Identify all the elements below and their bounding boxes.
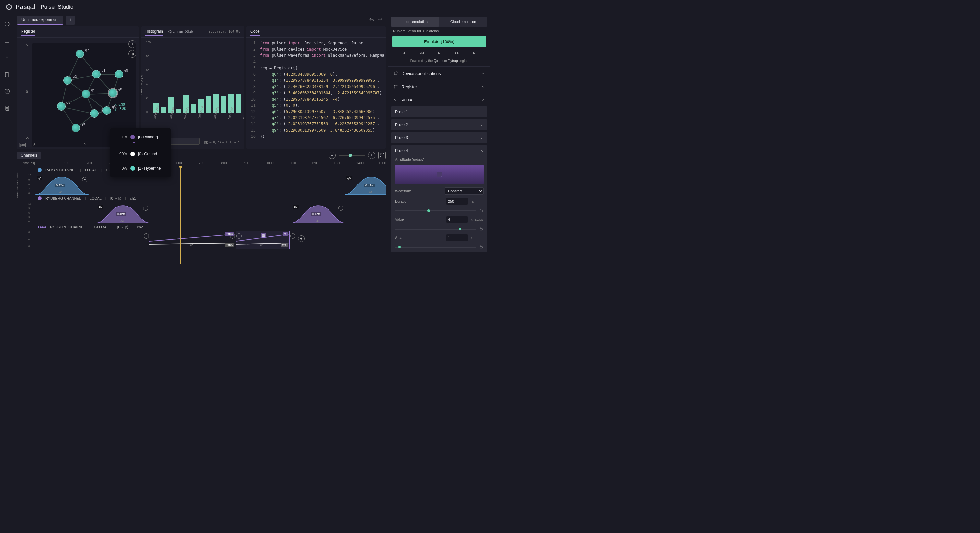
experiment-tabs: Unnamed experiment + [14, 14, 388, 26]
help-icon[interactable] [4, 88, 10, 95]
pulse-item-3[interactable]: Pulse 3 [391, 132, 487, 143]
duration-input[interactable] [446, 198, 468, 205]
channels-tab[interactable]: Channels [17, 152, 41, 159]
area-slider[interactable] [395, 247, 476, 248]
pasqal-logo-icon [5, 3, 13, 11]
forward-icon[interactable] [454, 51, 460, 56]
fit-button[interactable]: ⛶ [379, 152, 386, 159]
svg-point-7 [7, 8, 8, 10]
area-unit: π [471, 236, 484, 240]
hist-y-ticks: 100806040200 [146, 41, 151, 113]
lock-icon[interactable] [479, 226, 484, 231]
add-qubit-button[interactable]: + [129, 40, 136, 48]
code-tab[interactable]: Code [250, 28, 260, 36]
pulse-shape[interactable]: q00.42π#6− [345, 176, 386, 194]
lock-icon[interactable] [479, 245, 484, 249]
expand-icon [480, 123, 484, 127]
qubit-q3[interactable]: q3 [57, 102, 65, 111]
code-editor[interactable]: 1from pulser import Register, Sequence, … [247, 38, 386, 149]
section-pulse-header[interactable]: Pulse [388, 93, 490, 107]
experiment-tab[interactable]: Unnamed experiment [17, 16, 63, 25]
download-icon[interactable] [4, 38, 10, 44]
play-icon[interactable] [436, 51, 442, 56]
section-register-header[interactable]: Register [388, 80, 490, 93]
value-slider[interactable] [395, 229, 476, 229]
svg-rect-18 [480, 228, 482, 230]
qubit-q4[interactable]: q4 [90, 109, 99, 118]
section-device-header[interactable]: Device specifications [388, 67, 490, 80]
waveform-label: Waveform [395, 189, 442, 193]
svg-point-5 [7, 5, 8, 6]
redo-icon[interactable] [377, 17, 383, 23]
svg-point-6 [10, 5, 11, 6]
emulate-button[interactable]: Emulate (100%) [392, 36, 486, 47]
add-icon[interactable] [4, 21, 10, 27]
right-sidebar: Local emulation Cloud emulation Run emul… [388, 14, 490, 266]
zoom-out-button[interactable]: − [328, 152, 336, 159]
register-tab[interactable]: Register [21, 28, 35, 36]
svg-rect-17 [480, 210, 482, 212]
zoom-in-button[interactable]: + [368, 152, 375, 159]
pulse-shape[interactable]: q00.42π#5− [291, 204, 345, 223]
area-input[interactable] [446, 234, 468, 241]
chevron-up-icon [481, 98, 485, 102]
playhead[interactable] [180, 166, 181, 264]
pulse-shape[interactable]: q00.42π#1− [35, 176, 89, 194]
qubit-q8[interactable]: q8 [72, 124, 80, 132]
qubit-q0[interactable]: q0 [109, 89, 117, 97]
add-experiment-button[interactable]: + [66, 16, 75, 25]
state-mapping: |g⟩ → 0, |h⟩ → 1, |r⟩ → r [204, 140, 239, 144]
section-device: Device specifications [388, 67, 490, 80]
qubit-q6[interactable]: q6 [102, 107, 111, 115]
skip-end-icon[interactable] [472, 51, 477, 56]
register-unit: [µm] [19, 143, 26, 146]
header: Pasqal Pulser Studio [0, 0, 490, 14]
duration-unit: ns [471, 200, 484, 203]
duration-slider[interactable] [395, 210, 476, 212]
qubit-q7[interactable]: q7 [76, 49, 84, 58]
local-emulation-tab[interactable]: Local emulation [391, 17, 439, 27]
upload-icon[interactable] [4, 54, 10, 61]
pulse-item-1[interactable]: Pulse 1 [391, 107, 487, 117]
close-icon[interactable] [480, 149, 484, 153]
cloud-emulation-tab[interactable]: Cloud emulation [439, 17, 488, 27]
pulse-list: Pulse 1 Pulse 2 Pulse 3 Pulse 4 Amplitud… [388, 107, 490, 257]
add-pattern-button[interactable]: ⊕ [129, 50, 136, 58]
state-tooltip: 1%|r⟩ Rydberg 99%|0⟩ Ground 0%|1⟩ Hyperf… [110, 128, 170, 177]
value-input[interactable] [446, 216, 468, 223]
left-nav [0, 14, 14, 266]
qubit-q5[interactable]: q5 [82, 90, 90, 98]
pulse-item-2[interactable]: Pulse 2 [391, 119, 487, 130]
svg-point-8 [10, 8, 11, 10]
grid-icon [393, 84, 398, 89]
lock-icon[interactable] [479, 208, 484, 213]
channel-2: RYDBERG CHANNEL|GLOBAL||0⟩↔|r⟩|ch28002π/… [35, 223, 386, 248]
add-pulse-button[interactable]: + [298, 235, 304, 242]
section-register: Register [388, 80, 490, 93]
ramp-pulse[interactable]: ππ/4#4−−▦ [236, 232, 290, 248]
ramp-pulse[interactable]: 2π/32π/5#3−− [150, 232, 236, 248]
expand-icon [480, 110, 484, 114]
zoom-slider[interactable] [339, 154, 365, 156]
qubit-q1[interactable]: q1 [92, 70, 100, 78]
clipboard-icon[interactable] [4, 105, 10, 111]
svg-point-4 [11, 6, 12, 8]
brand-name: Pasqal [16, 3, 35, 11]
amplitude-preview[interactable] [395, 165, 484, 184]
svg-rect-12 [395, 72, 397, 75]
state-select[interactable] [167, 138, 200, 145]
skip-start-icon[interactable] [401, 51, 406, 56]
svg-point-1 [9, 4, 10, 5]
pulse-shape[interactable]: q00.42π#2− [96, 204, 150, 223]
rewind-icon[interactable] [419, 51, 424, 56]
svg-point-3 [6, 6, 7, 8]
undo-icon[interactable] [369, 17, 375, 23]
pulse-item-4[interactable]: Pulse 4 Amplitude (rad/µs) Waveform Cons… [391, 145, 487, 252]
waveform-select[interactable]: Constant [445, 188, 484, 194]
histogram-tab[interactable]: Histogram [145, 28, 163, 36]
value-label: Value [395, 218, 443, 221]
quantum-state-tab[interactable]: Quantum State [168, 28, 194, 35]
chevron-down-icon [481, 71, 485, 76]
book-icon[interactable] [4, 71, 10, 78]
qubit-q9[interactable]: q9 [115, 70, 123, 78]
